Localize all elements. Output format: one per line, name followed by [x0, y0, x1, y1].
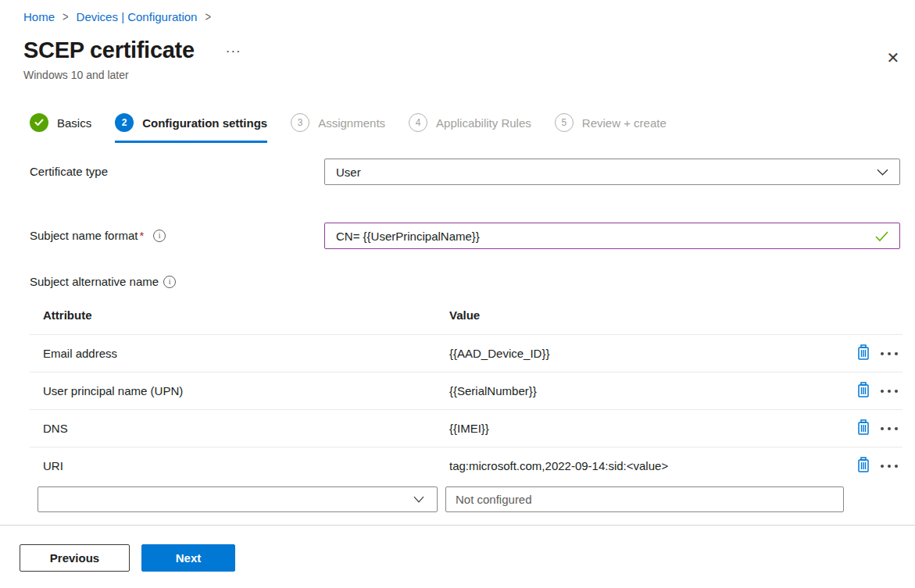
required-asterisk: *	[139, 229, 144, 242]
row-attribute: Email address	[30, 347, 449, 360]
page-subtitle: Windows 10 and later	[23, 69, 915, 82]
delete-row-button[interactable]	[855, 455, 872, 476]
table-row: User principal name (UPN) {{SerialNumber…	[30, 372, 902, 409]
tab-configuration-settings[interactable]: 2 Configuration settings	[115, 113, 267, 143]
subject-name-format-label: Subject name format* i	[30, 223, 324, 242]
breadcrumb-home[interactable]: Home	[23, 10, 55, 23]
table-row: URI tag:microsoft.com,2022-09-14:sid:<va…	[30, 447, 902, 484]
tab-applicability-rules[interactable]: 4 Applicability Rules	[409, 113, 531, 143]
info-icon[interactable]: i	[153, 230, 166, 242]
trash-icon	[856, 382, 870, 400]
step-label: Review + create	[582, 116, 667, 130]
ellipsis-icon	[881, 427, 898, 430]
step-4-badge: 4	[409, 113, 427, 132]
certificate-type-label: Certificate type	[30, 159, 324, 178]
delete-row-button[interactable]	[855, 418, 872, 439]
new-attribute-dropdown[interactable]	[38, 486, 438, 512]
step-label: Applicability Rules	[436, 116, 531, 130]
breadcrumb: Home > Devices | Configuration >	[0, 0, 915, 23]
row-value: {{AAD_Device_ID}}	[449, 347, 840, 360]
step-label: Basics	[57, 116, 91, 130]
tab-assignments[interactable]: 3 Assignments	[291, 113, 385, 143]
row-menu-button[interactable]	[879, 351, 899, 357]
table-row: Email address {{AAD_Device_ID}}	[30, 334, 902, 372]
footer-actions: Previous Next	[20, 544, 235, 572]
row-attribute: URI	[30, 459, 449, 472]
certificate-type-dropdown[interactable]: User	[324, 159, 900, 185]
row-attribute: DNS	[30, 422, 449, 435]
attribute-column-header: Attribute	[30, 308, 449, 322]
san-table-header: Attribute Value	[30, 296, 902, 334]
breadcrumb-separator-icon: >	[205, 10, 211, 24]
close-icon[interactable]: ✕	[881, 45, 906, 70]
step-5-badge: 5	[555, 113, 574, 132]
row-menu-button[interactable]	[879, 388, 899, 394]
row-menu-button[interactable]	[879, 463, 899, 469]
step-2-badge: 2	[115, 113, 134, 132]
tab-review-create[interactable]: 5 Review + create	[555, 113, 667, 143]
step-label: Configuration settings	[142, 116, 267, 130]
row-value: {{IMEI}}	[449, 422, 840, 435]
trash-icon	[856, 344, 870, 362]
delete-row-button[interactable]	[855, 343, 872, 364]
value-column-header: Value	[449, 308, 840, 322]
subject-name-format-row: Subject name format* i CN= {{UserPrincip…	[30, 223, 915, 249]
page-header: SCEP certificate ···	[23, 36, 915, 64]
wizard-steps: Basics 2 Configuration settings 3 Assign…	[30, 113, 915, 143]
ellipsis-icon	[881, 465, 898, 468]
page-title: SCEP certificate	[23, 36, 195, 64]
tab-basics[interactable]: Basics	[30, 113, 91, 143]
trash-icon	[856, 419, 870, 437]
previous-button[interactable]: Previous	[20, 544, 130, 572]
ellipsis-icon	[881, 352, 898, 355]
more-options-icon[interactable]: ···	[226, 44, 241, 64]
check-icon	[30, 113, 48, 132]
trash-icon	[856, 457, 870, 475]
chevron-down-icon	[877, 169, 888, 176]
subject-name-format-value: CN= {{UserPrincipalName}}	[336, 230, 480, 243]
next-button[interactable]: Next	[141, 544, 235, 572]
row-value: tag:microsoft.com,2022-09-14:sid:<value>	[449, 459, 840, 472]
delete-row-button[interactable]	[855, 380, 872, 401]
certificate-type-value: User	[336, 166, 361, 179]
footer-divider	[0, 525, 915, 526]
row-menu-button[interactable]	[879, 426, 899, 432]
subject-name-format-input[interactable]: CN= {{UserPrincipalName}}	[324, 223, 900, 249]
row-value: {{SerialNumber}}	[449, 384, 840, 397]
san-table: Attribute Value Email address {{AAD_Devi…	[30, 296, 902, 484]
breadcrumb-separator-icon: >	[63, 10, 69, 24]
step-label: Assignments	[318, 116, 385, 130]
breadcrumb-devices-configuration[interactable]: Devices | Configuration	[77, 10, 198, 23]
new-value-input[interactable]	[445, 486, 844, 512]
ellipsis-icon	[881, 390, 898, 393]
chevron-down-icon	[413, 496, 424, 503]
row-attribute: User principal name (UPN)	[30, 384, 449, 397]
table-row: DNS {{IMEI}}	[30, 409, 902, 447]
subject-alternative-name-label: Subject alternative name i	[30, 275, 915, 288]
info-icon[interactable]: i	[163, 276, 176, 288]
new-attribute-row	[38, 486, 915, 512]
step-3-badge: 3	[291, 113, 309, 132]
certificate-type-row: Certificate type User	[30, 159, 915, 185]
valid-check-icon	[875, 231, 888, 241]
